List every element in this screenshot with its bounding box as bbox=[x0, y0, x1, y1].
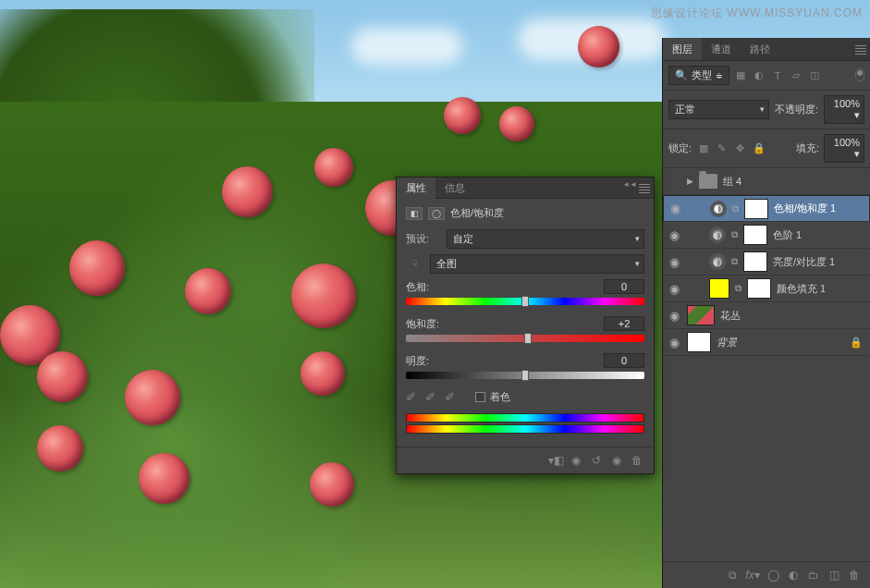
filter-pixel-icon[interactable]: ▦ bbox=[733, 68, 748, 83]
visibility-icon[interactable]: ◉ bbox=[667, 228, 681, 242]
toggle-visibility-icon[interactable]: ◉ bbox=[609, 453, 624, 468]
link-icon: ⧉ bbox=[732, 203, 739, 214]
tab-layers[interactable]: 图层 bbox=[663, 38, 702, 60]
opacity-label: 不透明度: bbox=[775, 103, 818, 116]
adjustment-title-row: ◧ ◯ 色相/饱和度 bbox=[406, 206, 644, 220]
saturation-value[interactable]: +2 bbox=[604, 316, 644, 331]
adjustment-thumb-icon: ◐ bbox=[709, 227, 726, 243]
new-group-icon[interactable]: 🗀 bbox=[805, 567, 822, 583]
visibility-icon[interactable]: ◉ bbox=[668, 202, 682, 215]
rose bbox=[125, 370, 180, 425]
tab-channels[interactable]: 通道 bbox=[702, 38, 741, 60]
layer-color-fill[interactable]: ◉ ⧉ 颜色填充 1 bbox=[663, 276, 870, 302]
view-previous-icon[interactable]: ◉ bbox=[569, 453, 583, 468]
rose bbox=[291, 263, 356, 328]
lock-icon: 🔒 bbox=[850, 337, 863, 349]
visibility-icon[interactable]: ◉ bbox=[667, 336, 681, 349]
checkbox-icon bbox=[475, 392, 485, 402]
rose bbox=[578, 26, 619, 67]
properties-header: 属性 信息 ◄◄ bbox=[397, 178, 654, 199]
image-thumb[interactable] bbox=[687, 305, 715, 325]
hue-slider[interactable] bbox=[406, 298, 644, 305]
add-mask-icon[interactable]: ◯ bbox=[765, 567, 781, 583]
filter-smart-icon[interactable]: ◫ bbox=[807, 68, 822, 83]
clip-to-layer-icon[interactable]: ▾◧ bbox=[548, 453, 563, 468]
opacity-value[interactable]: 100% ▾ bbox=[824, 95, 864, 124]
layer-background[interactable]: ◉ 背景 🔒 bbox=[663, 329, 870, 356]
lock-label: 锁定: bbox=[668, 141, 692, 155]
layer-flowers[interactable]: ◉ 花丛 bbox=[663, 302, 870, 329]
fill-value[interactable]: 100% ▾ bbox=[824, 134, 864, 163]
rose bbox=[314, 148, 353, 187]
layer-type-filter[interactable]: 🔍类型 ≑ bbox=[668, 66, 729, 85]
lock-all-icon[interactable]: 🔒 bbox=[752, 141, 766, 155]
lightness-value[interactable]: 0 bbox=[604, 353, 644, 368]
link-layers-icon[interactable]: ⧉ bbox=[724, 567, 741, 583]
layer-brightness-contrast[interactable]: ◉ ◐ ⧉ 亮度/对比度 1 bbox=[663, 249, 870, 276]
saturation-slider[interactable] bbox=[406, 335, 644, 342]
link-icon: ⧉ bbox=[735, 283, 741, 294]
colorize-checkbox[interactable]: 着色 bbox=[475, 390, 510, 404]
new-adjustment-icon[interactable]: ◐ bbox=[785, 567, 802, 583]
collapse-icon[interactable]: ◄◄ bbox=[622, 181, 637, 188]
new-layer-icon[interactable]: ◫ bbox=[826, 567, 842, 583]
lightness-slider[interactable] bbox=[406, 372, 644, 379]
eyedropper-icon[interactable]: ✐ bbox=[406, 390, 416, 404]
lock-transparency-icon[interactable]: ▩ bbox=[696, 141, 710, 155]
channel-select[interactable]: 全图▾ bbox=[430, 254, 644, 274]
mask-thumb[interactable] bbox=[744, 199, 768, 219]
mask-thumb[interactable] bbox=[743, 251, 767, 272]
mask-thumb[interactable] bbox=[743, 225, 767, 245]
filter-adjustment-icon[interactable]: ◐ bbox=[752, 68, 766, 83]
mask-thumb[interactable] bbox=[747, 278, 771, 299]
trash-icon[interactable]: 🗑 bbox=[630, 453, 644, 468]
eyedropper-minus-icon[interactable]: ✐ bbox=[445, 390, 455, 404]
rose bbox=[310, 462, 354, 507]
adjustment-thumb-icon: ◐ bbox=[709, 253, 726, 270]
preset-label: 预设: bbox=[406, 232, 439, 246]
tab-info[interactable]: 信息 bbox=[435, 178, 474, 199]
filter-toggle-switch[interactable] bbox=[855, 68, 864, 81]
visibility-icon[interactable]: ◉ bbox=[667, 309, 681, 323]
filter-shape-icon[interactable]: ▱ bbox=[789, 68, 803, 83]
visibility-icon[interactable]: ◉ bbox=[667, 282, 681, 296]
mask-indicator-icon: ◯ bbox=[428, 207, 445, 220]
layer-levels[interactable]: ◉ ◐ ⧉ 色阶 1 bbox=[663, 222, 870, 249]
rose bbox=[37, 351, 88, 402]
image-thumb[interactable] bbox=[687, 332, 711, 352]
visibility-icon[interactable]: ◉ bbox=[667, 255, 681, 269]
panel-menu-icon[interactable] bbox=[639, 182, 650, 195]
adjustment-title: 色相/饱和度 bbox=[450, 206, 504, 220]
layer-fx-icon[interactable]: fx▾ bbox=[744, 567, 761, 583]
link-icon: ⧉ bbox=[731, 256, 738, 267]
targeted-adjustment-icon[interactable]: ☟ bbox=[406, 256, 423, 273]
lock-position-icon[interactable]: ✥ bbox=[733, 141, 747, 155]
reset-icon[interactable]: ↺ bbox=[589, 453, 604, 468]
tab-properties[interactable]: 属性 bbox=[397, 178, 435, 199]
rose bbox=[300, 351, 345, 396]
panel-menu-icon[interactable] bbox=[855, 43, 866, 56]
saturation-label: 饱和度: bbox=[406, 317, 439, 331]
layers-tabs: 图层 通道 路径 bbox=[663, 38, 870, 61]
hue-sat-icon: ◧ bbox=[406, 207, 423, 220]
lightness-label: 明度: bbox=[406, 354, 429, 368]
tab-paths[interactable]: 路径 bbox=[741, 38, 779, 60]
eyedropper-plus-icon[interactable]: ✐ bbox=[425, 390, 435, 404]
expand-arrow-icon[interactable]: ▶ bbox=[687, 177, 693, 186]
rose bbox=[444, 97, 481, 134]
link-icon: ⧉ bbox=[731, 229, 738, 240]
trash-icon[interactable]: 🗑 bbox=[846, 567, 863, 583]
adjustment-thumb-icon: ◐ bbox=[710, 201, 727, 217]
layer-group[interactable]: ▶ 组 4 bbox=[663, 168, 870, 195]
preset-select[interactable]: 自定▾ bbox=[447, 229, 644, 249]
layer-hue-saturation[interactable]: ◉ ◐ ⧉ 色相/饱和度 1 bbox=[663, 195, 870, 222]
lock-pixels-icon[interactable]: ✎ bbox=[715, 141, 729, 155]
folder-icon bbox=[699, 174, 717, 189]
hue-value[interactable]: 0 bbox=[604, 279, 644, 294]
color-fill-thumb[interactable] bbox=[709, 278, 729, 299]
fill-label: 填充: bbox=[796, 141, 819, 155]
layers-footer: ⧉ fx▾ ◯ ◐ 🗀 ◫ 🗑 bbox=[663, 561, 870, 588]
blend-mode-select[interactable]: 正常▾ bbox=[668, 100, 769, 119]
rose bbox=[37, 425, 83, 472]
filter-type-icon[interactable]: T bbox=[770, 68, 785, 83]
